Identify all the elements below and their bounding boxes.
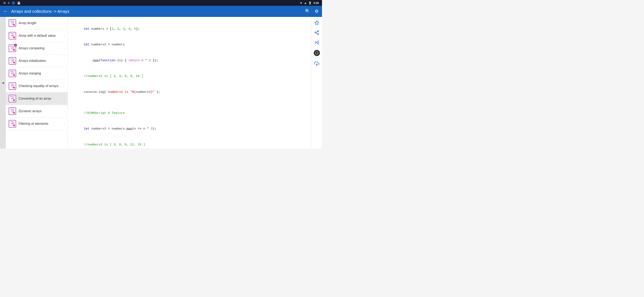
sidebar-item-array-length[interactable]: func{code}• Array length › [6, 17, 68, 29]
status-bar: ⚙ A 🌐 💾 ▼ ▲ 🔋 3:29 [0, 0, 322, 6]
chevron-icon: › [64, 84, 64, 88]
checking-equality-icon: func{code}• [9, 82, 16, 90]
sidebar-item-arrays-merging-label: Arrays merging [18, 72, 64, 75]
ink-drop-button[interactable] [314, 50, 320, 56]
main-content: ◀ func{code}• Array length › func{code}• [0, 17, 322, 148]
app-bar: ← Arrays and collections -> Arrays 🔍 ⚙ [0, 6, 322, 17]
code-line-7: //ECMAScript 6 feature [73, 105, 306, 121]
globe-status-icon: 🌐 [12, 1, 15, 4]
clock: 3:29 [313, 1, 319, 4]
sidebar-item-arrays-comparing-label: Arrays comparing [18, 46, 64, 50]
chevron-icon: › [64, 72, 64, 75]
sidebar-item-dynamic-arrays-label: Dynamic arrays [18, 109, 64, 113]
settings-status-icon: ⚙ [3, 1, 6, 4]
svg-line-5 [316, 31, 318, 32]
sidebar-item-converting-array[interactable]: func{code}• Converting of an array › [6, 92, 68, 105]
code-line-9: //numbers3 is [ 3, 6, 9, 12, 15 ] [73, 137, 306, 148]
share-button[interactable] [314, 30, 319, 35]
sidebar-item-checking-equality[interactable]: func{code}• Checking equality of arrays … [6, 80, 68, 92]
code-line-2: let numbers2 = numbers [73, 37, 306, 53]
arrays-comparing-icon: func{code}• 🔒 [9, 44, 16, 52]
array-default-icon: func{code}• [9, 32, 16, 39]
svg-point-1 [318, 30, 319, 32]
status-bar-left: ⚙ A 🌐 💾 [3, 1, 20, 4]
page-title: Arrays and collections -> Arrays [11, 9, 69, 14]
chevron-icon: › [64, 21, 64, 25]
chevron-icon: › [64, 46, 64, 50]
array-length-icon: func{code}• [9, 19, 16, 27]
skip-back-button[interactable] [314, 40, 319, 45]
sidebar-item-converting-array-label: Converting of an array [18, 97, 64, 100]
chevron-icon: › [64, 59, 64, 63]
battery-icon: 🔋 [308, 1, 312, 4]
svg-marker-6 [316, 41, 318, 44]
lock-icon: 🔒 [14, 44, 17, 47]
sidebar-item-arrays-initialization[interactable]: func{code}• Arrays initialization › [6, 55, 68, 67]
sidebar-item-array-default-value[interactable]: func{code}• Array with a default value › [6, 29, 68, 42]
chevron-icon: › [64, 34, 64, 37]
settings-button[interactable]: ⚙ [314, 9, 319, 14]
wifi-icon: ▼ [300, 1, 302, 4]
chevron-icon: › [64, 122, 64, 126]
sidebar-item-arrays-merging[interactable]: func{code}• Arrays merging › [6, 67, 68, 80]
sidebar-item-dynamic-arrays[interactable]: func{code}• Dynamic arrays › [6, 105, 68, 118]
star-button[interactable] [314, 20, 319, 25]
chevron-icon: › [64, 109, 64, 113]
code-line-8: let numbers3 = numbers.map(n => n * 3); [73, 121, 306, 137]
font-status-icon: A [8, 1, 10, 4]
sidebar: func{code}• Array length › func{code}• A… [6, 17, 68, 148]
sd-card-status-icon: 💾 [17, 1, 20, 4]
code-line-1: let numbers = [1, 2, 3, 4, 5]; [73, 21, 306, 37]
status-bar-right: ▼ ▲ 🔋 3:29 [300, 1, 319, 4]
code-panel: let numbers = [1, 2, 3, 4, 5]; let numbe… [68, 17, 311, 148]
sidebar-item-filtering-label: Filtering of elements [18, 122, 64, 126]
collapse-sidebar-button[interactable]: ◀ [0, 17, 6, 148]
svg-point-2 [315, 32, 316, 33]
sidebar-item-checking-equality-label: Checking equality of arrays [18, 84, 64, 88]
code-line-4: //numbers2 is [ 2, 4, 6, 8, 10 ] [73, 68, 306, 84]
svg-marker-0 [315, 21, 319, 24]
dynamic-arrays-icon: func{code}• [9, 107, 16, 115]
chevron-icon: › [64, 97, 64, 100]
svg-point-3 [318, 33, 319, 35]
sidebar-item-arrays-comparing[interactable]: func{code}• 🔒 Arrays comparing › [6, 42, 68, 55]
filtering-icon: func{code}• [9, 120, 16, 127]
sidebar-item-array-default-label: Array with a default value [18, 34, 64, 37]
sidebar-item-arrays-initialization-label: Arrays initialization [18, 59, 64, 63]
code-line-3: .map(function (n) { return n * 2 }); [73, 53, 306, 68]
back-button[interactable]: ← [3, 9, 8, 14]
arrays-initialization-icon: func{code}• [9, 57, 16, 64]
converting-array-icon: func{code}• [9, 95, 16, 102]
svg-line-4 [316, 33, 318, 34]
signal-icon: ▲ [304, 1, 307, 4]
arrays-merging-icon: func{code}• [9, 70, 16, 77]
sidebar-item-array-length-label: Array length [18, 21, 64, 25]
app-bar-right: 🔍 ⚙ [305, 9, 319, 14]
app-bar-left: ← Arrays and collections -> Arrays [3, 9, 69, 14]
right-sidebar [311, 17, 322, 148]
download-button[interactable] [314, 61, 319, 66]
code-line-5: console.log(`numbers2 is "${numbers2}"`)… [73, 84, 306, 100]
sidebar-item-filtering[interactable]: func{code}• Filtering of elements › [6, 118, 68, 130]
search-button[interactable]: 🔍 [305, 9, 310, 14]
